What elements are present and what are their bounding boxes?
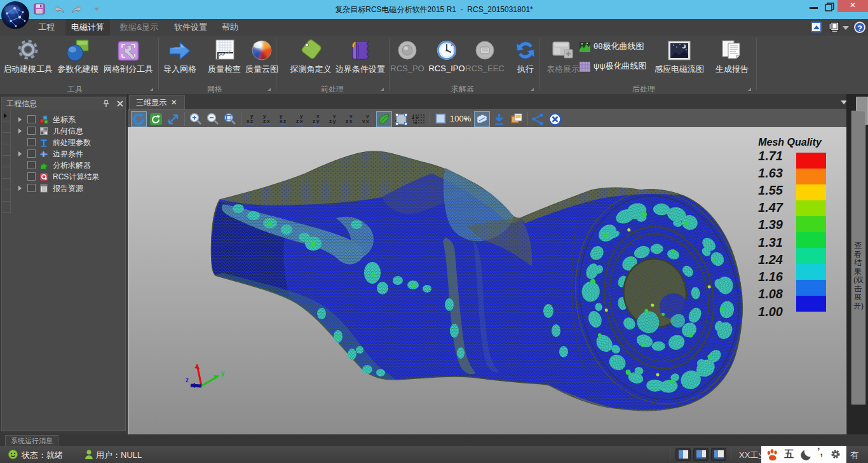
svg-text:y: y [316,118,320,124]
svg-text:v: v [362,118,365,124]
svg-text:v: v [366,113,369,119]
svg-text:z: z [329,118,332,124]
svg-text:y: y [250,113,254,119]
svg-text:v: v [349,113,353,119]
svg-text:z: z [346,118,348,124]
svg-text:x: x [247,118,250,124]
svg-text:x: x [366,118,369,124]
svg-text:z: z [283,118,286,124]
svg-text:x: x [267,118,270,124]
svg-text:z: z [186,377,189,384]
svg-text:x: x [300,118,303,124]
svg-text:x: x [349,118,353,124]
svg-text:v: v [333,113,336,119]
svg-text:y: y [221,370,225,377]
svg-text:z: z [263,118,266,124]
svg-text:y: y [300,113,303,119]
svg-text:z: z [296,118,299,124]
svg-text:z: z [313,118,315,124]
svg-text:x: x [280,118,283,124]
svg-text:y: y [333,118,336,124]
svg-text:z: z [250,118,253,124]
svg-text:y: y [263,113,266,119]
svg-text:x: x [316,113,320,119]
svg-text:y: y [280,113,283,119]
